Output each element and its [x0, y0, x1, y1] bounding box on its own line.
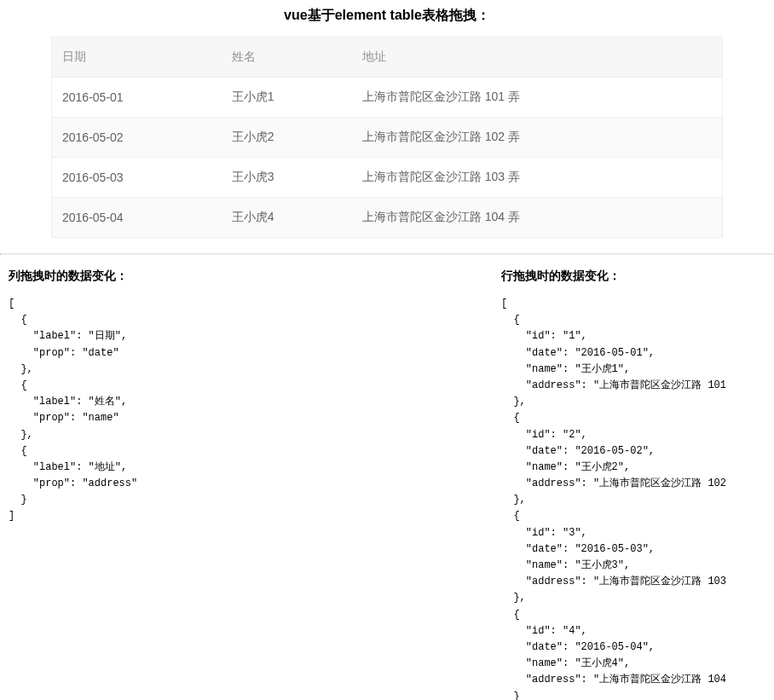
- column-panel-title: 列拖拽时的数据变化：: [9, 269, 484, 284]
- table-row[interactable]: 2016-05-02 王小虎2 上海市普陀区金沙江路 102 弄: [52, 118, 723, 158]
- page-title: vue基于element table表格拖拽：: [0, 0, 774, 37]
- cell-address: 上海市普陀区金沙江路 101 弄: [352, 78, 723, 118]
- cell-date: 2016-05-02: [52, 118, 222, 158]
- cell-name: 王小虎3: [222, 158, 352, 198]
- column-json-output: [ { "label": "日期", "prop": "date" }, { "…: [9, 296, 484, 525]
- cell-date: 2016-05-03: [52, 158, 222, 198]
- cell-address: 上海市普陀区金沙江路 102 弄: [352, 118, 723, 158]
- column-header-address[interactable]: 地址: [352, 38, 723, 78]
- data-table: 日期 姓名 地址 2016-05-01 王小虎1 上海市普陀区金沙江路 101 …: [51, 37, 723, 238]
- draggable-table-container: 日期 姓名 地址 2016-05-01 王小虎1 上海市普陀区金沙江路 101 …: [51, 37, 723, 238]
- table-row[interactable]: 2016-05-01 王小虎1 上海市普陀区金沙江路 101 弄: [52, 78, 723, 118]
- column-drag-panel: 列拖拽时的数据变化： [ { "label": "日期", "prop": "d…: [9, 269, 484, 700]
- table-header-row: 日期 姓名 地址: [52, 38, 723, 78]
- cell-name: 王小虎2: [222, 118, 352, 158]
- cell-date: 2016-05-04: [52, 198, 222, 238]
- table-row[interactable]: 2016-05-04 王小虎4 上海市普陀区金沙江路 104 弄: [52, 198, 723, 238]
- cell-address: 上海市普陀区金沙江路 103 弄: [352, 158, 723, 198]
- column-header-date[interactable]: 日期: [52, 38, 222, 78]
- table-body: 2016-05-01 王小虎1 上海市普陀区金沙江路 101 弄 2016-05…: [52, 78, 723, 238]
- cell-address: 上海市普陀区金沙江路 104 弄: [352, 198, 723, 238]
- cell-date: 2016-05-01: [52, 78, 222, 118]
- row-drag-panel: 行拖拽时的数据变化： [ { "id": "1", "date": "2016-…: [501, 269, 765, 700]
- cell-name: 王小虎1: [222, 78, 352, 118]
- data-panels: 列拖拽时的数据变化： [ { "label": "日期", "prop": "d…: [0, 255, 774, 700]
- row-json-output: [ { "id": "1", "date": "2016-05-01", "na…: [501, 296, 765, 700]
- table-row[interactable]: 2016-05-03 王小虎3 上海市普陀区金沙江路 103 弄: [52, 158, 723, 198]
- column-header-name[interactable]: 姓名: [222, 38, 352, 78]
- cell-name: 王小虎4: [222, 198, 352, 238]
- row-panel-title: 行拖拽时的数据变化：: [501, 269, 765, 284]
